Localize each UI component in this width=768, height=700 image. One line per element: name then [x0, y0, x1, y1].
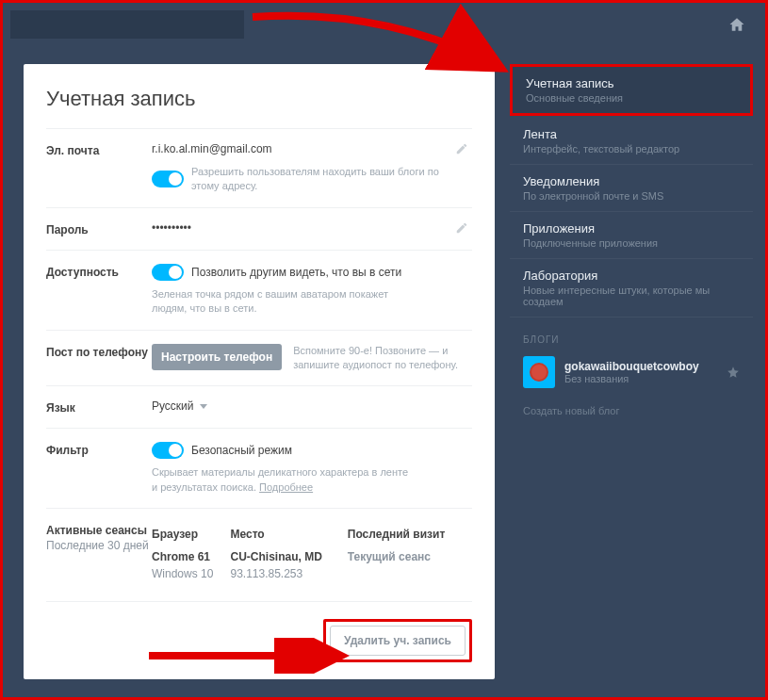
table-header-row: Браузер Место Последний визит — [152, 524, 472, 548]
nav-title: Учетная запись — [526, 76, 737, 90]
sidebar-item-account[interactable]: Учетная запись Основные сведения — [510, 64, 753, 116]
row-password: Пароль •••••••••• — [46, 207, 472, 250]
table-row: Chrome 61 CU-Chisinau, MD Текущий сеанс — [152, 548, 472, 565]
session-ip: 93.113.85.253 — [230, 565, 347, 582]
label-password: Пароль — [46, 221, 152, 236]
nav-title: Лаборатория — [523, 269, 740, 283]
setup-phone-button[interactable]: Настроить телефон — [152, 344, 282, 370]
filter-toggle-text: Безопасный режим — [191, 444, 292, 457]
settings-card: Учетная запись Эл. почта r.i.ko.al.min@g… — [24, 64, 495, 679]
toggle-safe-mode[interactable] — [152, 442, 184, 459]
session-place: CU-Chisinau, MD — [230, 548, 347, 565]
language-select[interactable]: Русский — [152, 399, 207, 413]
blogs-section-label: БЛОГИ — [510, 317, 753, 352]
label-filter: Фильтр — [46, 442, 152, 495]
sidebar-item-feed[interactable]: Лента Интерфейс, текстовый редактор — [510, 118, 753, 165]
blog-name: gokawaiibouquetcowboy — [564, 360, 699, 373]
email-value: r.i.ko.al.min@gmail.com — [152, 142, 472, 155]
toggle-email-find[interactable] — [152, 171, 184, 187]
chevron-down-icon — [200, 404, 207, 409]
nav-title: Уведомления — [523, 174, 740, 188]
label-availability: Доступность — [46, 264, 152, 317]
star-icon[interactable] — [727, 366, 740, 379]
table-row: Windows 10 93.113.85.253 — [152, 565, 472, 582]
row-filter: Фильтр Безопасный режим Скрывает материа… — [46, 428, 472, 508]
home-icon[interactable] — [727, 16, 746, 33]
nav-sub: По электронной почте и SMS — [523, 190, 740, 202]
delete-account-button[interactable]: Удалить уч. запись — [330, 626, 466, 656]
pencil-icon[interactable] — [455, 221, 468, 235]
sidebar-item-lab[interactable]: Лаборатория Новые интересные штуки, кото… — [510, 259, 753, 317]
nav-sub: Подключенные приложения — [523, 237, 740, 249]
label-language: Язык — [46, 399, 152, 415]
highlight-delete: Удалить уч. запись — [323, 619, 472, 662]
pencil-icon[interactable] — [455, 142, 468, 155]
row-email: Эл. почта r.i.ko.al.min@gmail.com Разреш… — [46, 128, 472, 207]
language-value: Русский — [152, 399, 194, 413]
filter-help: Скрывает материалы деликатного характера… — [152, 465, 416, 495]
nav-title: Приложения — [523, 221, 740, 236]
toggle-availability[interactable] — [152, 264, 184, 281]
nav-sub: Новые интересные штуки, которые мы созда… — [523, 285, 740, 307]
row-language: Язык Русский — [46, 385, 472, 428]
sidebar-item-apps[interactable]: Приложения Подключенные приложения — [510, 212, 753, 259]
page-title: Учетная запись — [46, 87, 472, 111]
delete-zone: Удалить уч. запись — [46, 601, 472, 662]
session-browser: Chrome 61 — [152, 548, 230, 565]
create-blog-link[interactable]: Создать новый блог — [510, 398, 753, 424]
filter-more-link[interactable]: Подробнее — [259, 481, 313, 493]
email-toggle-text: Разрешить пользователям находить ваши бл… — [191, 165, 455, 194]
row-sessions: Активные сеансы Последние 30 дней Браузе… — [46, 508, 472, 595]
availability-help: Зеленая точка рядом с вашим аватаром пок… — [152, 287, 416, 317]
nav-sub: Интерфейс, текстовый редактор — [523, 143, 740, 155]
row-phone: Пост по телефону Настроить телефон Вспом… — [46, 330, 472, 386]
session-os: Windows 10 — [152, 565, 230, 582]
nav-title: Лента — [523, 127, 740, 141]
password-value: •••••••••• — [152, 221, 472, 235]
availability-toggle-text: Позволить другим видеть, что вы в сети — [191, 266, 401, 279]
col-last: Последний визит — [348, 524, 472, 548]
blog-item[interactable]: gokawaiibouquetcowboy Без названия — [510, 352, 753, 398]
label-phone: Пост по телефону — [46, 344, 152, 373]
col-place: Место — [230, 524, 347, 548]
label-sessions: Активные сеансы Последние 30 дней — [46, 522, 152, 582]
sidebar: Учетная запись Основные сведения Лента И… — [510, 64, 753, 679]
header-brand-area — [10, 10, 244, 39]
blog-subtitle: Без названия — [564, 373, 699, 384]
sidebar-item-notifications[interactable]: Уведомления По электронной почте и SMS — [510, 165, 753, 212]
avatar — [523, 356, 555, 388]
row-availability: Доступность Позволить другим видеть, что… — [46, 250, 472, 330]
nav-sub: Основные сведения — [526, 92, 737, 104]
sessions-table: Браузер Место Последний визит Chrome 61 … — [152, 524, 472, 582]
phone-help: Вспомните 90-е! Позвоните — и запишите а… — [293, 344, 472, 373]
session-current: Текущий сеанс — [348, 548, 472, 565]
col-browser: Браузер — [152, 524, 230, 548]
label-email: Эл. почта — [46, 142, 152, 194]
